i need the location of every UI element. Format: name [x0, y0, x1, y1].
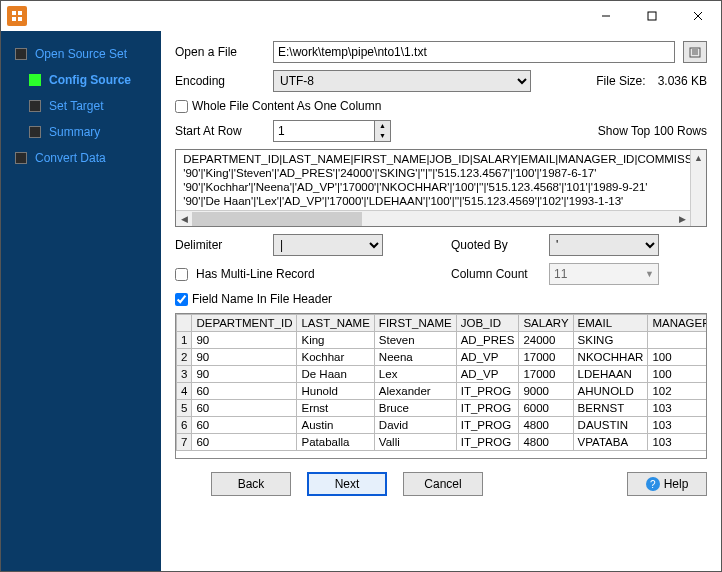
column-header[interactable]: SALARY	[519, 315, 573, 332]
table-cell: Hunold	[297, 383, 374, 400]
table-cell: BERNST	[573, 400, 648, 417]
next-button[interactable]: Next	[307, 472, 387, 496]
column-header[interactable]: DEPARTMENT_ID	[192, 315, 297, 332]
whole-file-label: Whole File Content As One Column	[192, 99, 381, 113]
preview-vscroll[interactable]: ▲	[690, 150, 706, 226]
start-row-spinner[interactable]: ▲▼	[273, 120, 391, 142]
sidebar-item-label: Convert Data	[35, 151, 106, 165]
table-row[interactable]: 560ErnstBruceIT_PROG6000BERNST103	[177, 400, 707, 417]
column-count-label: Column Count	[451, 267, 541, 281]
footer-buttons: Back Next Cancel ?Help	[175, 466, 707, 496]
table-cell: IT_PROG	[456, 417, 519, 434]
start-row-label: Start At Row	[175, 124, 265, 138]
svg-rect-5	[648, 12, 656, 20]
titlebar	[1, 1, 721, 31]
table-cell: 60	[192, 383, 297, 400]
file-size-value: 3.036 KB	[658, 74, 707, 88]
table-cell: NKOCHHAR	[573, 349, 648, 366]
row-number: 4	[177, 383, 192, 400]
cancel-button[interactable]: Cancel	[403, 472, 483, 496]
node-icon	[15, 152, 27, 164]
field-name-header-checkbox[interactable]	[175, 293, 188, 306]
sidebar-item-label: Open Source Set	[35, 47, 127, 61]
chevron-down-icon: ▼	[645, 269, 654, 279]
table-row[interactable]: 190KingStevenAD_PRES24000SKING	[177, 332, 707, 349]
sidebar: Open Source Set Config Source Set Target…	[1, 31, 161, 571]
table-cell: AHUNOLD	[573, 383, 648, 400]
table-cell: IT_PROG	[456, 383, 519, 400]
start-row-input[interactable]	[274, 121, 374, 141]
maximize-button[interactable]	[629, 1, 675, 31]
column-header[interactable]: MANAGER_ID	[648, 315, 706, 332]
table-cell: Valli	[374, 434, 456, 451]
table-cell: Steven	[374, 332, 456, 349]
quoted-by-label: Quoted By	[451, 238, 541, 252]
table-cell: 17000	[519, 349, 573, 366]
table-cell: 60	[192, 417, 297, 434]
table-cell: 102	[648, 383, 706, 400]
table-cell: Lex	[374, 366, 456, 383]
encoding-label: Encoding	[175, 74, 265, 88]
table-cell: 90	[192, 349, 297, 366]
file-size-label: File Size:	[596, 74, 645, 88]
column-header[interactable]: EMAIL	[573, 315, 648, 332]
quoted-by-select[interactable]: '	[549, 234, 659, 256]
multi-line-checkbox[interactable]	[175, 268, 188, 281]
back-button[interactable]: Back	[211, 472, 291, 496]
table-cell: 90	[192, 332, 297, 349]
table-cell: LDEHAAN	[573, 366, 648, 383]
minimize-button[interactable]	[583, 1, 629, 31]
browse-button[interactable]	[683, 41, 707, 63]
table-row[interactable]: 390De HaanLexAD_VP17000LDEHAAN100	[177, 366, 707, 383]
raw-preview: DEPARTMENT_ID|LAST_NAME|FIRST_NAME|JOB_I…	[175, 149, 707, 227]
sidebar-item-open-source-set[interactable]: Open Source Set	[1, 41, 161, 67]
sidebar-item-convert-data[interactable]: Convert Data	[1, 145, 161, 171]
sidebar-item-config-source[interactable]: Config Source	[1, 67, 161, 93]
table-cell: Alexander	[374, 383, 456, 400]
svg-rect-1	[18, 11, 22, 15]
row-number: 5	[177, 400, 192, 417]
table-row[interactable]: 660AustinDavidIT_PROG4800DAUSTIN103	[177, 417, 707, 434]
table-cell: 4800	[519, 434, 573, 451]
app-icon	[7, 6, 27, 26]
sidebar-item-label: Set Target	[49, 99, 103, 113]
encoding-select[interactable]: UTF-8	[273, 70, 531, 92]
row-number: 3	[177, 366, 192, 383]
row-number: 2	[177, 349, 192, 366]
table-cell: IT_PROG	[456, 400, 519, 417]
table-cell: Kochhar	[297, 349, 374, 366]
table-cell: SKING	[573, 332, 648, 349]
table-cell: David	[374, 417, 456, 434]
delimiter-label: Delimiter	[175, 238, 265, 252]
table-row[interactable]: 290KochharNeenaAD_VP17000NKOCHHAR100	[177, 349, 707, 366]
table-cell: 103	[648, 400, 706, 417]
delimiter-select[interactable]: |	[273, 234, 383, 256]
spinner-up-icon[interactable]: ▲	[375, 121, 390, 131]
file-path-input[interactable]	[273, 41, 675, 63]
table-scroll[interactable]: DEPARTMENT_IDLAST_NAMEFIRST_NAMEJOB_IDSA…	[176, 314, 706, 458]
row-number: 6	[177, 417, 192, 434]
multi-line-label: Has Multi-Line Record	[196, 267, 315, 281]
data-table: DEPARTMENT_IDLAST_NAMEFIRST_NAMEJOB_IDSA…	[176, 314, 706, 451]
svg-rect-0	[12, 11, 16, 15]
row-number: 1	[177, 332, 192, 349]
svg-rect-3	[18, 17, 22, 21]
spinner-down-icon[interactable]: ▼	[375, 131, 390, 141]
table-cell: AD_PRES	[456, 332, 519, 349]
table-row[interactable]: 760PataballaValliIT_PROG4800VPATABA103	[177, 434, 707, 451]
folder-open-icon	[688, 45, 702, 59]
column-header[interactable]: FIRST_NAME	[374, 315, 456, 332]
sidebar-item-summary[interactable]: Summary	[1, 119, 161, 145]
table-row[interactable]: 460HunoldAlexanderIT_PROG9000AHUNOLD102	[177, 383, 707, 400]
close-button[interactable]	[675, 1, 721, 31]
sidebar-item-set-target[interactable]: Set Target	[1, 93, 161, 119]
whole-file-checkbox[interactable]	[175, 100, 188, 113]
column-header[interactable]: JOB_ID	[456, 315, 519, 332]
table-cell: 100	[648, 349, 706, 366]
sidebar-item-label: Summary	[49, 125, 100, 139]
preview-hscroll[interactable]: ◀▶	[176, 210, 690, 226]
table-cell: VPATABA	[573, 434, 648, 451]
column-header[interactable]: LAST_NAME	[297, 315, 374, 332]
help-button[interactable]: ?Help	[627, 472, 707, 496]
sidebar-item-label: Config Source	[49, 73, 131, 87]
